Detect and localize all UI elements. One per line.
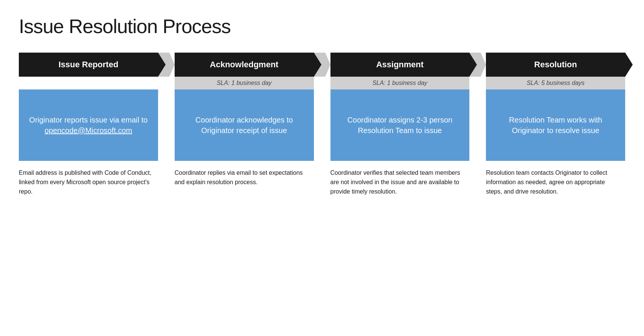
step-content-text-assignment: Coordinator assigns 2-3 person Resolutio… (336, 115, 464, 136)
step-header-resolution: Resolution (486, 53, 625, 77)
step-acknowledgment: Acknowledgment SLA: 1 business day Coord… (175, 53, 314, 196)
step-header-assignment: Assignment (330, 53, 470, 77)
step-sla-assignment: SLA: 1 business day (330, 77, 470, 89)
step-sla-issue-reported (19, 77, 158, 89)
page-title: Issue Resolution Process (19, 15, 625, 38)
step-content-issue-reported: Originator reports issue via email to op… (19, 89, 158, 161)
step-sla-resolution: SLA: 5 business days (486, 77, 625, 89)
step-description-resolution: Resolution team contacts Originator to c… (486, 161, 625, 196)
step-description-issue-reported: Email address is published with Code of … (19, 161, 158, 196)
step-description-acknowledgment: Coordinator replies via email to set exp… (175, 161, 314, 187)
step-content-text: Originator reports issue via email to op… (25, 115, 152, 136)
step-header-issue-reported: Issue Reported (19, 53, 158, 77)
process-flow: Issue Reported Originator reports issue … (19, 53, 625, 196)
step-issue-reported: Issue Reported Originator reports issue … (19, 53, 158, 196)
step-assignment: Assignment SLA: 1 business day Coordinat… (330, 53, 470, 196)
step-resolution: Resolution SLA: 5 business days Resoluti… (486, 53, 625, 196)
step-content-assignment: Coordinator assigns 2-3 person Resolutio… (330, 89, 470, 161)
step-content-acknowledgment: Coordinator acknowledges to Originator r… (175, 89, 314, 161)
step-description-assignment: Coordinator verifies that selected team … (330, 161, 470, 196)
step-content-resolution: Resolution Team works with Originator to… (486, 89, 625, 161)
step-content-text-resolution: Resolution Team works with Originator to… (492, 115, 619, 136)
step-sla-acknowledgment: SLA: 1 business day (175, 77, 314, 89)
email-link[interactable]: opencode@Microsoft.com (45, 126, 132, 135)
step-header-acknowledgment: Acknowledgment (175, 53, 314, 77)
step-content-text-acknowledgment: Coordinator acknowledges to Originator r… (181, 115, 308, 136)
